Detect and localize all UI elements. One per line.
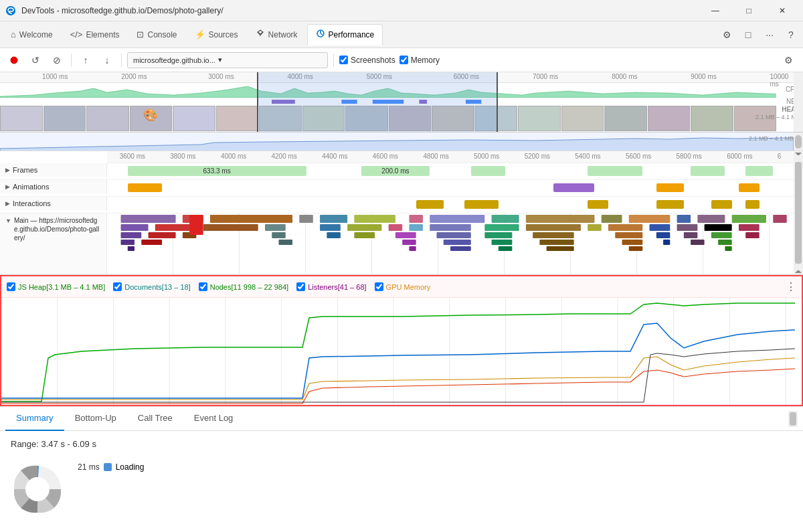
interaction-bar-3: [588, 200, 608, 209]
tab-console[interactable]: ⊡ Console: [128, 24, 185, 46]
memory-checkbox[interactable]: [399, 56, 408, 64]
screenshot-thumb: [43, 106, 86, 131]
jsheap-toggle[interactable]: JS Heap[3.1 MB – 4.1 MB]: [7, 282, 105, 291]
interaction-bar-5: [711, 200, 732, 209]
main-track-name[interactable]: ▼ Main — https://microsoftedge.github.io…: [0, 213, 107, 274]
close-button[interactable]: ✕: [767, 0, 798, 21]
nodes-toggle[interactable]: Nodes[11 998 – 22 984]: [199, 282, 288, 291]
documents-label: Documents[13 – 18]: [124, 283, 190, 291]
screenshots-checkbox[interactable]: [339, 56, 348, 64]
svg-rect-34: [526, 224, 581, 231]
screenshot-thumb: [475, 106, 518, 131]
reload-record-button[interactable]: ↺: [27, 52, 44, 69]
elements-icon: </>: [70, 29, 83, 39]
animations-track-row: ▶ Animations: [0, 180, 803, 197]
tab-performance-label: Performance: [329, 30, 375, 39]
svg-rect-8: [121, 215, 176, 223]
tab-bottom-up[interactable]: Bottom-Up: [64, 407, 127, 431]
interactions-track-row: ▶ Interactions: [0, 197, 803, 213]
timeline-overview[interactable]: 1000 ms 2000 ms 3000 ms 4000 ms 5000 ms …: [0, 72, 803, 132]
listeners-checkbox[interactable]: [296, 282, 305, 291]
upload-button[interactable]: ↑: [77, 52, 94, 69]
svg-rect-58: [279, 240, 293, 245]
svg-rect-27: [265, 224, 286, 231]
svg-rect-52: [656, 232, 671, 238]
more-settings-icon[interactable]: ⚙: [779, 51, 798, 70]
animations-track-name[interactable]: ▶ Animations: [0, 180, 107, 193]
screenshot-thumb: 🎨: [130, 106, 173, 131]
record-button[interactable]: [5, 52, 23, 69]
frames-track-name[interactable]: ▶ Frames: [0, 163, 107, 177]
listeners-label: Listeners[41 – 68]: [308, 283, 366, 291]
scroll-down-arrow[interactable]: [795, 266, 802, 273]
minimize-button[interactable]: —: [700, 0, 731, 21]
bottom-scrollbar[interactable]: [788, 411, 798, 427]
tab-elements[interactable]: </> Elements: [62, 24, 128, 46]
tab-sources[interactable]: ⚡ Sources: [187, 24, 246, 46]
gpu-checkbox[interactable]: [375, 282, 383, 291]
tab-call-tree[interactable]: Call Tree: [127, 407, 183, 431]
memory-menu-icon[interactable]: ⋮: [786, 280, 796, 293]
flame-chart: [107, 213, 794, 274]
screenshot-thumb: [691, 106, 733, 131]
bottom-up-tab-label: Bottom-Up: [75, 413, 116, 423]
svg-rect-65: [691, 240, 705, 245]
tab-performance[interactable]: Performance: [307, 24, 383, 46]
tab-network[interactable]: Network: [248, 24, 306, 46]
ruler-1000: 1000 ms: [42, 73, 68, 80]
device-icon[interactable]: □: [739, 25, 757, 44]
sub-mark: 4800 ms: [423, 153, 448, 160]
tab-event-log[interactable]: Event Log: [183, 407, 244, 431]
gpu-toggle[interactable]: GPU Memory: [375, 282, 431, 291]
maximize-button[interactable]: □: [733, 0, 764, 21]
svg-rect-38: [677, 224, 698, 231]
screenshots-toggle[interactable]: Screenshots: [339, 56, 395, 65]
interaction-bar-1: [416, 200, 444, 209]
tab-summary[interactable]: Summary: [5, 407, 64, 431]
documents-checkbox[interactable]: [113, 282, 122, 291]
svg-rect-66: [718, 240, 732, 245]
main-track-content: [107, 213, 794, 274]
sub-mark: 3600 ms: [120, 153, 145, 160]
clear-button[interactable]: ⊘: [48, 52, 66, 69]
svg-rect-46: [354, 232, 375, 238]
frame-bar-1: 633.3 ms: [128, 166, 306, 176]
heap-scrollbar[interactable]: [794, 132, 803, 151]
interactions-track-name[interactable]: ▶ Interactions: [0, 197, 107, 210]
help-icon[interactable]: ?: [782, 25, 800, 44]
download-button[interactable]: ↓: [98, 52, 116, 69]
nodes-checkbox[interactable]: [199, 282, 207, 291]
scroll-thumb[interactable]: [795, 162, 802, 264]
sub-ruler-marks: 3600 ms 3800 ms 4000 ms 4200 ms 4400 ms …: [107, 153, 794, 160]
scroll-up-arrow[interactable]: [795, 153, 802, 159]
svg-rect-69: [450, 246, 471, 251]
overview-scrollbar[interactable]: [794, 72, 803, 132]
svg-rect-68: [409, 246, 416, 251]
svg-rect-51: [615, 232, 642, 238]
more-icon[interactable]: ···: [760, 25, 779, 44]
timeline-tracks-area: 3600 ms 3800 ms 4000 ms 4200 ms 4400 ms …: [0, 151, 803, 275]
loading-dot: [104, 463, 112, 471]
performance-icon: [316, 29, 325, 40]
legend-loading: 21 ms Loading: [78, 462, 144, 472]
welcome-icon: ⌂: [11, 29, 16, 39]
svg-rect-22: [732, 215, 766, 223]
ruler-8000: 8000 ms: [612, 73, 637, 80]
memory-toggle[interactable]: Memory: [399, 56, 440, 65]
documents-toggle[interactable]: Documents[13 – 18]: [113, 282, 190, 291]
svg-rect-17: [526, 215, 595, 223]
timeline-scrollbar[interactable]: [794, 151, 803, 274]
frame-bar-6: [745, 166, 773, 176]
net-waveform: [0, 98, 776, 106]
animations-label: Animations: [13, 183, 49, 191]
interaction-bar-4: [656, 200, 684, 209]
svg-rect-6: [419, 100, 427, 104]
settings-icon[interactable]: ⚙: [717, 25, 736, 44]
jsheap-checkbox[interactable]: [7, 282, 15, 291]
screenshot-thumb: [518, 106, 561, 131]
range-display: Range: 3.47 s - 6.09 s: [11, 439, 792, 449]
listeners-toggle[interactable]: Listeners[41 – 68]: [296, 282, 366, 291]
svg-rect-28: [320, 224, 341, 231]
anim-bar-1: [128, 183, 162, 192]
tab-welcome[interactable]: ⌂ Welcome: [3, 24, 61, 46]
